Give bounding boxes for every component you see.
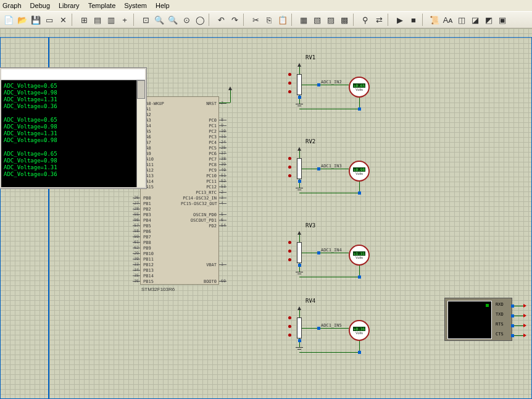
terminal-screen (447, 301, 492, 339)
zoom-out-button[interactable]: 🔍 (167, 14, 179, 26)
block1-button[interactable]: ▦ (297, 14, 310, 26)
rv-label: RV1 (305, 54, 315, 61)
pin-stub (219, 153, 227, 154)
pin-PA0-WKUP: PA0-WKUP (143, 101, 164, 106)
rv-label: RV2 (305, 138, 315, 145)
debug-terminal-window[interactable]: ADC_Voltage=0.65 ADC_Voltage=0.98 ADC_Vo… (0, 68, 146, 188)
pin-stub (219, 142, 227, 143)
pin-stub (219, 181, 227, 182)
pin-stub (133, 214, 140, 215)
pin-stub (133, 231, 140, 232)
pin-stub (219, 131, 227, 132)
block2-button[interactable]: ▧ (311, 14, 323, 26)
term-pin-RXD: RXD (496, 302, 504, 307)
pin-PB13: PB13 (143, 268, 154, 273)
menu-template[interactable]: Template (88, 2, 116, 9)
pin-stub (219, 264, 227, 265)
voltmeter[interactable]: +0.65Volts (349, 77, 370, 98)
pin-stub (219, 148, 227, 148)
node-icon (288, 316, 291, 319)
layer-a-button[interactable]: ◫ (455, 14, 468, 26)
layer2-button[interactable]: ▥ (105, 14, 117, 26)
node-icon (288, 157, 291, 160)
pot-body[interactable] (297, 242, 302, 263)
sim2-button[interactable]: ■ (407, 14, 420, 26)
scroll-thumb[interactable] (137, 80, 145, 99)
menu-help[interactable]: Help (156, 2, 170, 9)
close-button[interactable]: ✕ (57, 14, 69, 26)
voltmeter[interactable]: +0.98Volts (349, 161, 370, 182)
arrow-icon (523, 334, 526, 337)
pin-VBAT: VBAT (181, 262, 217, 267)
nrst-wire-v (230, 90, 231, 103)
copy-button[interactable]: ⎘ (263, 14, 275, 26)
pot-body[interactable] (297, 158, 302, 179)
term-pin-CTS: CTS (496, 332, 504, 337)
undo-button[interactable]: ↶ (215, 14, 227, 26)
rv-label: RV3 (305, 222, 315, 229)
pin-stub (133, 203, 140, 204)
signal-label: ADC1_IN2 (321, 80, 342, 85)
script-button[interactable]: 📜 (428, 14, 441, 26)
node-icon (288, 90, 291, 93)
open-button[interactable]: 📂 (16, 14, 28, 26)
volt-value: +1.31 (353, 251, 365, 256)
sim1-button[interactable]: ▶ (394, 14, 406, 26)
new-button[interactable]: 📄 (2, 14, 15, 26)
pin-PB0: PB0 (143, 196, 151, 201)
menu-debug[interactable]: Debug (30, 2, 50, 9)
zoom-all-button[interactable]: ⊙ (180, 14, 193, 26)
pin-stub (219, 136, 227, 137)
layer1-button[interactable]: ▤ (91, 14, 104, 26)
pin-BOOT0: BOOT0 (181, 279, 217, 284)
pin-stub (219, 214, 227, 215)
node-icon (288, 82, 291, 85)
pin-stub (219, 281, 227, 282)
schematic-canvas[interactable]: 1 STM32F103R6 PA0-WKUP14PA115PA216PA317P… (0, 28, 532, 399)
pot-body[interactable] (297, 74, 302, 95)
layer-c-button[interactable]: ◩ (483, 14, 495, 26)
menu-library[interactable]: Library (59, 2, 80, 9)
area-button[interactable]: ▭ (43, 14, 56, 26)
cut-button[interactable]: ✂ (249, 14, 262, 26)
plus-button[interactable]: + (118, 14, 131, 26)
replace-button[interactable]: ⇄ (373, 14, 385, 26)
pin-PB10: PB10 (143, 251, 154, 256)
pin-PC13_RTC: PC13_RTC (181, 190, 217, 195)
terminal-device[interactable]: RXDTXDRTSCTS (444, 298, 512, 341)
scrollbar[interactable] (136, 80, 145, 187)
volt-label: Volts (355, 331, 363, 335)
pin-PC12: PC12 (181, 185, 217, 190)
chip-name: STM32F103R6 (141, 287, 175, 292)
layer-d-button[interactable]: ▣ (496, 14, 509, 26)
signal-label: ADC1_IN5 (321, 323, 342, 328)
voltmeter[interactable]: +0.36Volts (349, 320, 370, 341)
redo-button[interactable]: ↷ (228, 14, 241, 26)
block4-button[interactable]: ▩ (338, 14, 351, 26)
pin-stub (219, 170, 227, 170)
term-pin-TXD: TXD (496, 312, 504, 317)
menu-system[interactable]: System (124, 2, 147, 9)
paste-button[interactable]: 📋 (276, 14, 289, 26)
block3-button[interactable]: ▨ (325, 14, 337, 26)
node-icon (288, 250, 291, 253)
pin-PB15: PB15 (143, 279, 154, 284)
pin-PC7: PC7 (181, 157, 217, 162)
zoom-fit-button[interactable]: ⊡ (139, 14, 152, 26)
arrow-icon (523, 314, 526, 317)
zoom-sel-button[interactable]: ◯ (194, 14, 206, 26)
menu-graph[interactable]: Graph (2, 2, 22, 9)
pin-PC0: PC0 (181, 118, 217, 123)
terminal-titlebar[interactable] (1, 69, 145, 80)
save-button[interactable]: 💾 (30, 14, 42, 26)
zoom-in-button[interactable]: 🔍 (153, 14, 165, 26)
layer-b-button[interactable]: ◪ (469, 14, 481, 26)
find-button[interactable]: ⚲ (359, 14, 372, 26)
pot-body[interactable] (297, 317, 302, 338)
pin-stub (133, 259, 140, 259)
grid-button[interactable]: ⊞ (78, 14, 90, 26)
pin-stub (219, 175, 227, 176)
ground-icon (296, 104, 303, 109)
voltmeter[interactable]: +1.31Volts (349, 245, 370, 266)
aa-button[interactable]: Aᴀ (442, 14, 454, 26)
